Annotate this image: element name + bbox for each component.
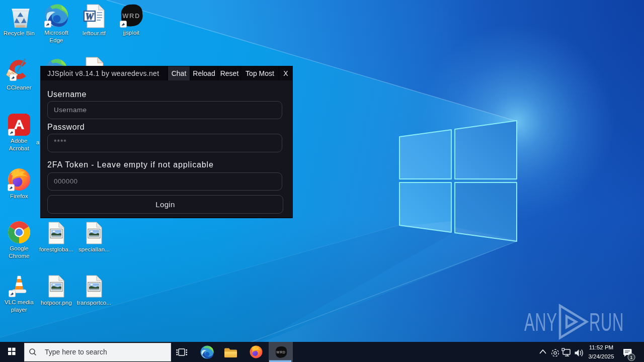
svg-text:W: W [86, 11, 95, 22]
svg-text:ANY: ANY [524, 308, 557, 336]
svg-text:1: 1 [630, 354, 632, 360]
svg-text:RUN: RUN [589, 308, 624, 336]
